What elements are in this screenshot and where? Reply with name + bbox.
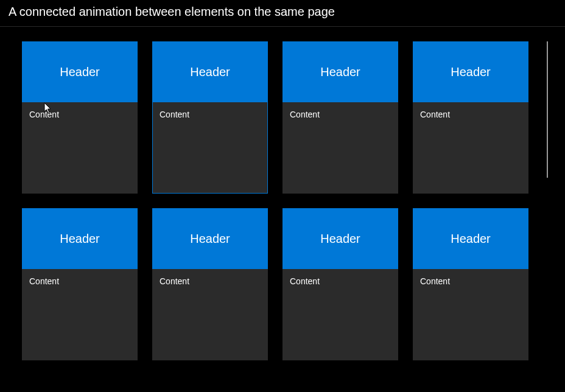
card-content: Content [413,102,528,127]
card-header: Header [413,208,528,269]
card-item[interactable]: Header Content [152,208,268,360]
card-header: Header [152,41,268,102]
card-header: Header [22,41,138,102]
card-content: Content [22,102,138,127]
card-header: Header [282,41,398,102]
card-item[interactable]: Header Content [22,41,138,194]
card-grid: Header Content Header Content Header Con… [22,41,543,360]
card-content: Content [413,269,528,293]
card-item[interactable]: Header Content [413,208,528,360]
grid-container: Header Content Header Content Header Con… [0,27,565,360]
card-content: Content [152,269,268,293]
card-item[interactable]: Header Content [152,41,268,194]
card-header: Header [282,208,398,269]
page-title: A connected animation between elements o… [0,0,565,26]
card-item[interactable]: Header Content [282,208,398,360]
card-content: Content [152,102,268,127]
card-content: Content [282,102,398,127]
card-content: Content [22,269,138,293]
card-content: Content [282,269,398,293]
card-header: Header [413,41,528,102]
card-item[interactable]: Header Content [22,208,138,360]
card-header: Header [152,208,268,269]
card-header: Header [22,208,138,269]
scrollbar[interactable] [547,41,548,178]
card-item[interactable]: Header Content [282,41,398,194]
card-item[interactable]: Header Content [413,41,528,194]
